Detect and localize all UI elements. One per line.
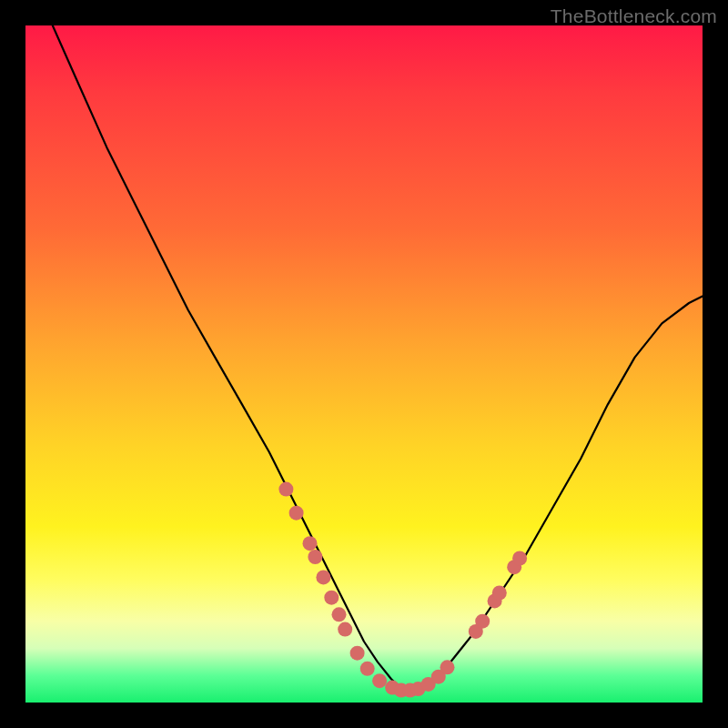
bottleneck-curve: [53, 25, 703, 689]
data-point: [316, 570, 330, 584]
data-point: [512, 551, 527, 566]
data-point: [324, 591, 339, 605]
data-point: [360, 662, 375, 676]
data-point: [278, 482, 293, 497]
data-point: [475, 614, 490, 629]
data-point: [303, 536, 318, 551]
chart-frame: TheBottleneck.com: [0, 0, 728, 728]
data-point: [440, 660, 455, 674]
plot-area: [25, 25, 703, 703]
data-point: [332, 607, 347, 622]
data-point: [338, 622, 352, 637]
data-point: [350, 646, 365, 661]
data-point: [372, 673, 387, 688]
data-point: [289, 506, 304, 521]
data-point: [492, 586, 507, 601]
watermark-text: TheBottleneck.com: [551, 5, 717, 27]
chart-svg: [25, 25, 703, 703]
data-point: [308, 550, 322, 564]
